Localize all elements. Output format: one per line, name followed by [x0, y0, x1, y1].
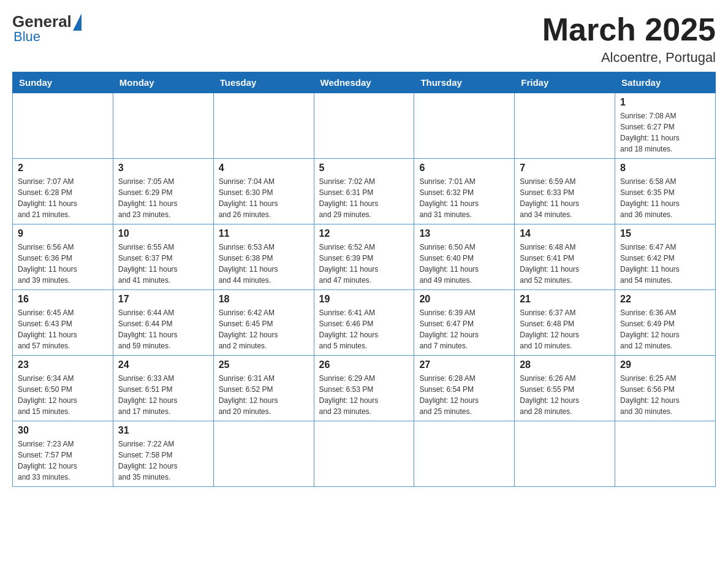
day-number: 28: [520, 359, 610, 370]
day-info: Sunrise: 6:55 AM Sunset: 6:37 PM Dayligh…: [118, 242, 208, 286]
day-number: 26: [319, 359, 409, 370]
calendar-cell: [515, 421, 615, 487]
day-info: Sunrise: 7:02 AM Sunset: 6:31 PM Dayligh…: [319, 176, 409, 220]
day-info: Sunrise: 6:53 AM Sunset: 6:38 PM Dayligh…: [219, 242, 309, 286]
calendar-cell: 12Sunrise: 6:52 AM Sunset: 6:39 PM Dayli…: [314, 224, 414, 290]
day-number: 21: [520, 294, 610, 305]
day-info: Sunrise: 6:59 AM Sunset: 6:33 PM Dayligh…: [520, 176, 610, 220]
calendar-cell: 9Sunrise: 6:56 AM Sunset: 6:36 PM Daylig…: [13, 224, 113, 290]
day-info: Sunrise: 6:44 AM Sunset: 6:44 PM Dayligh…: [118, 307, 208, 351]
day-number: 19: [319, 294, 409, 305]
calendar-cell: 26Sunrise: 6:29 AM Sunset: 6:53 PM Dayli…: [314, 356, 414, 421]
calendar-cell: [414, 93, 515, 159]
day-number: 8: [620, 163, 710, 174]
day-info: Sunrise: 6:47 AM Sunset: 6:42 PM Dayligh…: [620, 242, 710, 286]
day-number: 14: [520, 228, 610, 239]
day-info: Sunrise: 6:48 AM Sunset: 6:41 PM Dayligh…: [520, 242, 610, 286]
month-title: March 2025: [542, 12, 716, 47]
day-number: 12: [319, 228, 409, 239]
page-header: General Blue March 2025 Alcoentre, Portu…: [12, 12, 716, 66]
day-info: Sunrise: 6:33 AM Sunset: 6:51 PM Dayligh…: [118, 373, 208, 417]
calendar-cell: 11Sunrise: 6:53 AM Sunset: 6:38 PM Dayli…: [213, 224, 314, 290]
calendar-cell: [213, 421, 314, 487]
day-number: 29: [620, 359, 710, 370]
calendar-cell: 14Sunrise: 6:48 AM Sunset: 6:41 PM Dayli…: [515, 224, 615, 290]
day-number: 23: [18, 359, 108, 370]
day-number: 6: [419, 163, 509, 174]
day-info: Sunrise: 7:05 AM Sunset: 6:29 PM Dayligh…: [118, 176, 208, 220]
calendar-cell: 17Sunrise: 6:44 AM Sunset: 6:44 PM Dayli…: [113, 290, 213, 356]
day-info: Sunrise: 6:29 AM Sunset: 6:53 PM Dayligh…: [319, 373, 409, 417]
day-info: Sunrise: 6:45 AM Sunset: 6:43 PM Dayligh…: [18, 307, 108, 351]
calendar-cell: 6Sunrise: 7:01 AM Sunset: 6:32 PM Daylig…: [414, 159, 515, 224]
calendar-cell: 24Sunrise: 6:33 AM Sunset: 6:51 PM Dayli…: [113, 356, 213, 421]
day-number: 9: [18, 228, 108, 239]
calendar-cell: 31Sunrise: 7:22 AM Sunset: 7:58 PM Dayli…: [113, 421, 213, 487]
calendar-cell: 16Sunrise: 6:45 AM Sunset: 6:43 PM Dayli…: [13, 290, 113, 356]
calendar-cell: 7Sunrise: 6:59 AM Sunset: 6:33 PM Daylig…: [515, 159, 615, 224]
calendar-cell: 29Sunrise: 6:25 AM Sunset: 6:56 PM Dayli…: [615, 356, 716, 421]
calendar-cell: 8Sunrise: 6:58 AM Sunset: 6:35 PM Daylig…: [615, 159, 716, 224]
calendar-cell: 23Sunrise: 6:34 AM Sunset: 6:50 PM Dayli…: [13, 356, 113, 421]
location: Alcoentre, Portugal: [542, 50, 716, 66]
day-number: 7: [520, 163, 610, 174]
day-info: Sunrise: 6:31 AM Sunset: 6:52 PM Dayligh…: [219, 373, 309, 417]
day-number: 31: [118, 425, 208, 436]
day-number: 11: [219, 228, 309, 239]
day-info: Sunrise: 6:34 AM Sunset: 6:50 PM Dayligh…: [18, 373, 108, 417]
day-number: 27: [419, 359, 509, 370]
calendar-cell: 22Sunrise: 6:36 AM Sunset: 6:49 PM Dayli…: [615, 290, 716, 356]
day-info: Sunrise: 6:26 AM Sunset: 6:55 PM Dayligh…: [520, 373, 610, 417]
calendar-cell: [213, 93, 314, 159]
calendar-cell: 25Sunrise: 6:31 AM Sunset: 6:52 PM Dayli…: [213, 356, 314, 421]
day-info: Sunrise: 6:39 AM Sunset: 6:47 PM Dayligh…: [419, 307, 509, 351]
day-info: Sunrise: 6:37 AM Sunset: 6:48 PM Dayligh…: [520, 307, 610, 351]
calendar-cell: 13Sunrise: 6:50 AM Sunset: 6:40 PM Dayli…: [414, 224, 515, 290]
day-info: Sunrise: 7:22 AM Sunset: 7:58 PM Dayligh…: [118, 439, 208, 483]
day-number: 30: [18, 425, 108, 436]
calendar-cell: [414, 421, 515, 487]
calendar-cell: [314, 93, 414, 159]
calendar-cell: [113, 93, 213, 159]
calendar-week-5: 23Sunrise: 6:34 AM Sunset: 6:50 PM Dayli…: [13, 356, 716, 421]
day-info: Sunrise: 6:50 AM Sunset: 6:40 PM Dayligh…: [419, 242, 509, 286]
calendar-cell: 28Sunrise: 6:26 AM Sunset: 6:55 PM Dayli…: [515, 356, 615, 421]
day-info: Sunrise: 6:25 AM Sunset: 6:56 PM Dayligh…: [620, 373, 710, 417]
calendar-cell: 21Sunrise: 6:37 AM Sunset: 6:48 PM Dayli…: [515, 290, 615, 356]
day-number: 10: [118, 228, 208, 239]
calendar-header-monday: Monday: [113, 72, 213, 93]
day-info: Sunrise: 7:01 AM Sunset: 6:32 PM Dayligh…: [419, 176, 509, 220]
day-info: Sunrise: 6:56 AM Sunset: 6:36 PM Dayligh…: [18, 242, 108, 286]
logo-triangle-icon: [73, 13, 82, 31]
day-number: 20: [419, 294, 509, 305]
day-info: Sunrise: 7:04 AM Sunset: 6:30 PM Dayligh…: [219, 176, 309, 220]
calendar-cell: 30Sunrise: 7:23 AM Sunset: 7:57 PM Dayli…: [13, 421, 113, 487]
day-number: 4: [219, 163, 309, 174]
day-info: Sunrise: 7:07 AM Sunset: 6:28 PM Dayligh…: [18, 176, 108, 220]
calendar-week-1: 1Sunrise: 7:08 AM Sunset: 6:27 PM Daylig…: [13, 93, 716, 159]
day-number: 15: [620, 228, 710, 239]
calendar-header-tuesday: Tuesday: [213, 72, 314, 93]
day-number: 2: [18, 163, 108, 174]
calendar-cell: 20Sunrise: 6:39 AM Sunset: 6:47 PM Dayli…: [414, 290, 515, 356]
day-number: 16: [18, 294, 108, 305]
day-number: 1: [620, 97, 710, 108]
calendar-header-friday: Friday: [515, 72, 615, 93]
calendar-header-wednesday: Wednesday: [314, 72, 414, 93]
day-number: 18: [219, 294, 309, 305]
day-info: Sunrise: 6:58 AM Sunset: 6:35 PM Dayligh…: [620, 176, 710, 220]
calendar-cell: 2Sunrise: 7:07 AM Sunset: 6:28 PM Daylig…: [13, 159, 113, 224]
day-number: 3: [118, 163, 208, 174]
calendar-cell: [515, 93, 615, 159]
calendar-header-saturday: Saturday: [615, 72, 716, 93]
title-block: March 2025 Alcoentre, Portugal: [542, 12, 716, 66]
day-number: 13: [419, 228, 509, 239]
calendar-cell: [314, 421, 414, 487]
logo-blue-text: Blue: [13, 29, 40, 45]
calendar-cell: [615, 421, 716, 487]
calendar-cell: 1Sunrise: 7:08 AM Sunset: 6:27 PM Daylig…: [615, 93, 716, 159]
calendar-header: SundayMondayTuesdayWednesdayThursdayFrid…: [13, 72, 716, 93]
day-number: 25: [219, 359, 309, 370]
calendar-table: SundayMondayTuesdayWednesdayThursdayFrid…: [12, 72, 716, 487]
calendar-cell: 18Sunrise: 6:42 AM Sunset: 6:45 PM Dayli…: [213, 290, 314, 356]
